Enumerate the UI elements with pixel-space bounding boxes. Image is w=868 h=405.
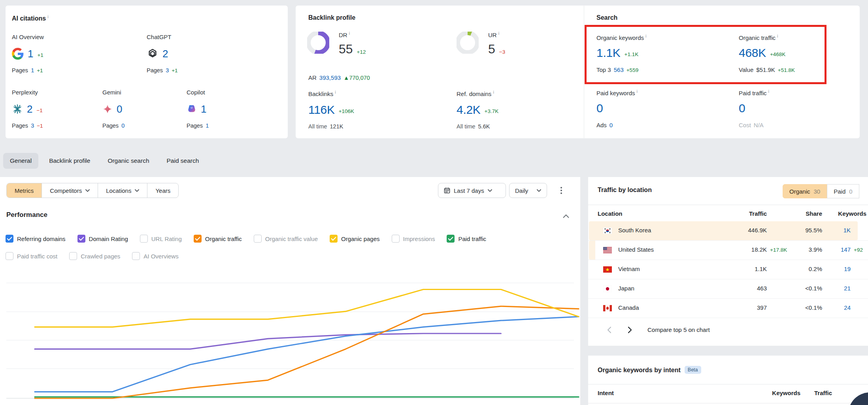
metric-checkbox-referring-domains[interactable]: Referring domains: [6, 235, 66, 243]
backlinks-value[interactable]: 116K: [308, 103, 335, 117]
ai-overview-block: AI Overview 1 +1 Pages1+1: [12, 34, 142, 73]
toggle-paid[interactable]: Paid0: [827, 184, 859, 198]
ur-value: 5: [488, 42, 495, 57]
info-icon[interactable]: i: [498, 31, 499, 36]
ref-domains-delta: +3.7K: [485, 108, 499, 114]
organic-traffic-delta: +468K: [770, 51, 785, 57]
backlinks-block: Backlinksi 116K +106K All time121K: [308, 90, 439, 130]
location-row-vietnam[interactable]: Vietnam 1.1K 0.2% 19: [588, 260, 868, 279]
ref-domains-block: Ref. domainsi 4.2K +3.7K All time5.6K: [457, 90, 587, 130]
checkbox-icon: [330, 235, 338, 243]
info-icon[interactable]: i: [637, 89, 638, 94]
collapse-chevron-icon[interactable]: [563, 214, 569, 218]
organic-keywords-value[interactable]: 1.1K: [596, 46, 621, 60]
traffic-by-location-title: Traffic by location: [598, 186, 652, 194]
tab-paid-search[interactable]: Paid search: [160, 153, 206, 169]
perplexity-block: Perplexity 2 −1 Pages3−1: [12, 89, 95, 129]
metric-checkbox-organic-pages[interactable]: Organic pages: [330, 235, 380, 243]
chatgpt-pages: Pages3+1: [147, 67, 277, 73]
info-icon[interactable]: i: [493, 90, 494, 94]
checkbox-icon: [6, 235, 13, 243]
chevron-down-icon: [135, 189, 139, 192]
organic-traffic-value[interactable]: 468K: [739, 46, 766, 60]
location-row-united-states[interactable]: United States 18.2K +17.8K 3.9% 147 +92: [588, 241, 868, 260]
ai-overview-count[interactable]: 1: [28, 48, 33, 60]
copilot-pages: Pages1: [187, 122, 266, 129]
metric-checkbox-paid-traffic-cost[interactable]: Paid traffic cost: [6, 252, 57, 260]
location-row-canada[interactable]: Canada 397 <0.1% 24: [588, 299, 868, 318]
ai-overview-delta: +1: [37, 52, 43, 58]
toggle-organic[interactable]: Organic30: [783, 184, 827, 198]
segment-locations[interactable]: Locations: [98, 183, 147, 198]
calendar-icon: [444, 187, 450, 194]
next-page-icon[interactable]: [624, 324, 636, 336]
prev-page-icon[interactable]: [603, 324, 615, 336]
ar-row: AR 393,593 ▲770,070: [308, 74, 370, 81]
keywords-link[interactable]: 21: [844, 285, 851, 292]
keywords-link[interactable]: 1K: [843, 227, 851, 234]
ur-donut-chart: [457, 32, 479, 54]
segment-competitors[interactable]: Competitors: [42, 183, 98, 198]
metric-checkbox-impressions[interactable]: Impressions: [392, 235, 435, 243]
metric-checkbox-crawled-pages[interactable]: Crawled pages: [69, 252, 120, 260]
location-row-japan[interactable]: Japan 463 <0.1% 21: [588, 279, 868, 299]
paid-traffic-value[interactable]: 0: [739, 102, 745, 115]
performance-line-chart[interactable]: [0, 269, 580, 405]
checkbox-icon: [194, 235, 202, 243]
perplexity-count[interactable]: 2: [27, 103, 32, 115]
backlink-search-card: Backlink profile DRi 55 +12 AR 393,593 ▲…: [296, 6, 860, 138]
metric-checkbox-domain-rating[interactable]: Domain Rating: [77, 235, 128, 243]
keywords-link[interactable]: 19: [844, 266, 851, 272]
ref-domains-value[interactable]: 4.2K: [457, 103, 481, 117]
performance-title: Performance: [6, 211, 47, 219]
tab-organic-search[interactable]: Organic search: [101, 153, 156, 169]
gemini-icon: [102, 104, 113, 114]
keywords-link[interactable]: 147: [841, 246, 851, 253]
date-range-button[interactable]: Last 7 days: [438, 183, 506, 198]
column-header-tr: Traffic: [814, 390, 832, 396]
chevron-down-icon: [488, 189, 492, 192]
info-icon[interactable]: i: [645, 34, 646, 38]
tab-backlink-profile[interactable]: Backlink profile: [42, 153, 97, 169]
segment-years[interactable]: Years: [147, 183, 178, 198]
metric-checkbox-organic-traffic[interactable]: Organic traffic: [194, 235, 242, 243]
compare-top5-link[interactable]: Compare top 5 on chart: [647, 326, 710, 333]
info-icon[interactable]: i: [768, 89, 769, 94]
organic-keywords-top3: Top 3563+559: [596, 66, 727, 73]
granularity-button[interactable]: Daily: [509, 183, 547, 198]
metric-checkbox-organic-traffic-value[interactable]: Organic traffic value: [254, 235, 318, 243]
series-line-organic-traffic: [35, 306, 579, 398]
info-icon[interactable]: i: [777, 34, 778, 38]
metric-checkbox-url-rating[interactable]: URL Rating: [140, 235, 182, 243]
google-icon: [12, 48, 24, 60]
perplexity-icon: [12, 104, 23, 115]
copilot-icon: [187, 104, 197, 114]
copilot-block: Copilot 1 Pages1: [187, 89, 266, 129]
flag-south-korea-icon: [603, 228, 612, 234]
organic-keywords-block: Organic keywordsi 1.1K +1.1K Top 3563+55…: [596, 34, 727, 73]
metric-checkbox-ai-overviews[interactable]: AI Overviews: [132, 252, 178, 260]
gemini-count[interactable]: 0: [117, 103, 122, 115]
kebab-menu-icon[interactable]: [556, 184, 567, 197]
dr-value: 55: [339, 42, 353, 57]
location-row-south-korea[interactable]: South Korea 446.9K 95.5% 1K: [588, 221, 868, 241]
paid-keywords-value[interactable]: 0: [596, 102, 603, 115]
ai-overview-pages: Pages1+1: [12, 67, 142, 73]
info-icon[interactable]: i: [335, 90, 336, 94]
chatgpt-count[interactable]: 2: [162, 48, 168, 60]
chevron-down-icon: [85, 189, 90, 192]
tab-general[interactable]: General: [3, 153, 38, 169]
perplexity-pages: Pages3−1: [12, 122, 95, 129]
info-icon[interactable]: i: [47, 14, 48, 19]
info-icon[interactable]: i: [349, 31, 350, 36]
perplexity-delta: −1: [36, 107, 42, 113]
ur-delta: −3: [499, 49, 505, 55]
metric-checkbox-paid-traffic[interactable]: Paid traffic: [447, 235, 486, 243]
keywords-link[interactable]: 24: [844, 304, 851, 311]
copilot-count[interactable]: 1: [201, 103, 206, 115]
ur-label: URi: [488, 31, 499, 38]
segment-metrics[interactable]: Metrics: [7, 183, 42, 198]
dr-donut-chart: [307, 32, 329, 54]
flag-japan-icon: [603, 286, 612, 292]
flag-canada-icon: [603, 305, 612, 311]
